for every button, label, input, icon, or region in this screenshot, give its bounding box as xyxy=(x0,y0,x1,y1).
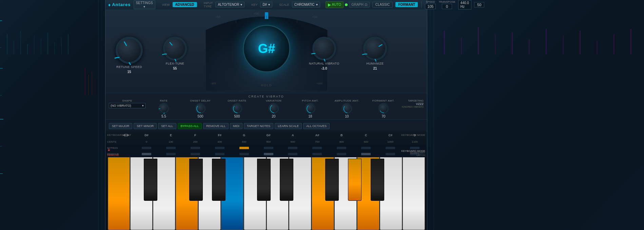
bypass-bar-F#[interactable] xyxy=(215,147,225,149)
bypass-bar-D[interactable] xyxy=(410,147,419,149)
bypass-bar-C#[interactable] xyxy=(386,147,395,149)
retune-speed-knob[interactable] xyxy=(116,37,143,64)
bypass-bar-F[interactable] xyxy=(191,147,200,149)
onset-rate-knob[interactable] xyxy=(232,103,242,114)
rate-knob[interactable] xyxy=(158,103,169,114)
formant-amt-knob[interactable] xyxy=(378,103,389,114)
formant-button[interactable]: FORMANT xyxy=(395,2,418,7)
remove-cell-G[interactable] xyxy=(232,153,256,155)
bypass-bar-G#[interactable] xyxy=(264,147,273,149)
white-key-13[interactable] xyxy=(403,157,425,230)
advanced-button[interactable]: ADVANCED xyxy=(173,2,197,7)
midi-button[interactable]: MIDI xyxy=(230,123,242,129)
voice-type-dropdown[interactable]: ALTO/TENOR ▾ xyxy=(215,2,245,7)
key-dropdown[interactable]: D# ▾ xyxy=(260,2,272,7)
remove-all-button[interactable]: REMOVE ALL xyxy=(203,123,229,129)
black-key-0[interactable] xyxy=(144,159,157,201)
remove-bar-F[interactable] xyxy=(191,153,200,155)
black-key-3[interactable] xyxy=(257,159,271,201)
remove-bar-E[interactable] xyxy=(166,153,176,155)
nav-right-arrow[interactable]: ▶ xyxy=(126,132,130,137)
black-key-5[interactable] xyxy=(325,159,339,201)
bypass-cell-C[interactable] xyxy=(354,147,378,149)
flex-tune-knob[interactable] xyxy=(163,37,187,60)
divider-5 xyxy=(421,2,422,8)
limit-value[interactable]: 50 xyxy=(474,2,484,7)
auto-button[interactable]: ▶ AUTO xyxy=(326,1,344,8)
remove-bar-C#[interactable] xyxy=(386,153,395,155)
key-value: D# xyxy=(262,3,267,6)
set-minor-button[interactable]: SET MINOR xyxy=(134,123,157,129)
nav-left-arrow[interactable]: ◀ xyxy=(122,132,125,137)
bypass-cell-D#[interactable] xyxy=(134,147,159,149)
bypass-cell-G[interactable] xyxy=(232,147,256,149)
settings-button[interactable]: SETTINGS ▾ xyxy=(134,0,155,9)
black-key-6[interactable] xyxy=(348,159,362,201)
bypass-bar-E[interactable] xyxy=(166,147,176,149)
learn-scale-button[interactable]: LEARN SCALE xyxy=(275,123,302,129)
variation-knob[interactable] xyxy=(268,103,279,114)
bypass-cell-A#[interactable] xyxy=(305,147,329,149)
bypass-cell-A[interactable] xyxy=(281,147,305,149)
set-major-button[interactable]: SET MAJOR xyxy=(109,123,132,129)
pitch-hz-display[interactable]: 440.0 Hz xyxy=(458,0,471,10)
amplitude-amt-knob[interactable] xyxy=(341,103,352,114)
black-key-4[interactable] xyxy=(280,159,293,201)
speed-value[interactable]: 105 xyxy=(425,4,436,9)
remove-bar-B[interactable] xyxy=(337,153,346,155)
bypass-cell-C#[interactable] xyxy=(378,147,403,149)
shape-dropdown[interactable]: (NO VIBRATO) ▾ xyxy=(109,103,145,108)
remove-bar-D#[interactable] xyxy=(142,153,151,155)
target-notes-button[interactable]: TARGET NOTES xyxy=(244,123,273,129)
bypass-bar-A[interactable] xyxy=(288,147,297,149)
remove-bar-G[interactable] xyxy=(239,153,249,155)
pitch-amt-knob[interactable] xyxy=(305,103,316,114)
bypass-bar-A#[interactable] xyxy=(312,147,322,149)
remove-cell-A[interactable] xyxy=(281,153,305,155)
bypass-cell-G#[interactable] xyxy=(256,147,281,149)
remove-cell-B[interactable] xyxy=(329,153,354,155)
remove-cell-C#[interactable] xyxy=(378,153,403,155)
bypass-cell-B[interactable] xyxy=(329,147,354,149)
bypass-cell-E[interactable] xyxy=(159,147,183,149)
rate-value: 5.5 xyxy=(161,114,166,118)
bypass-bar-C[interactable] xyxy=(361,147,371,149)
humanize-knob[interactable] xyxy=(363,37,387,60)
transpose-display: TRANSPOSE 0 xyxy=(438,0,455,9)
remove-cell-G#[interactable] xyxy=(256,153,281,155)
bypass-all-button[interactable]: BYPASS ALL xyxy=(178,123,202,129)
transpose-value[interactable]: 0 xyxy=(442,4,452,9)
remove-cell-F#[interactable] xyxy=(208,153,232,155)
onset-rate-value: 500 xyxy=(234,114,240,118)
black-key-1[interactable] xyxy=(189,159,203,201)
remove-cell-E[interactable] xyxy=(159,153,183,155)
remove-cell-A#[interactable] xyxy=(305,153,329,155)
bypass-cell-F#[interactable] xyxy=(208,147,232,149)
pitch-center-knob[interactable]: G# xyxy=(243,25,290,72)
bypass-cell-F[interactable] xyxy=(183,147,208,149)
remove-cell-F[interactable] xyxy=(183,153,208,155)
bypass-bar-D#[interactable] xyxy=(142,147,151,149)
remove-bar-F#[interactable] xyxy=(215,153,225,155)
transpose-label: TRANSPOSE xyxy=(438,0,455,3)
remove-bar-C[interactable] xyxy=(361,153,371,155)
bypass-bar-B[interactable] xyxy=(337,147,346,149)
remove-cell-D#[interactable] xyxy=(134,153,159,155)
onset-delay-knob[interactable] xyxy=(195,103,206,114)
black-key-2[interactable] xyxy=(212,159,226,201)
white-key-0[interactable] xyxy=(108,157,130,230)
svg-rect-17 xyxy=(14,41,14,54)
natural-vibrato-knob[interactable] xyxy=(312,37,336,60)
bypass-cell-D[interactable] xyxy=(403,147,427,149)
remove-bar-G#[interactable] xyxy=(264,153,273,155)
remove-cell-C[interactable] xyxy=(354,153,378,155)
graph-button[interactable]: GRAPH ⊡ xyxy=(349,2,370,7)
black-key-7[interactable] xyxy=(371,159,384,201)
all-octaves-button[interactable]: ALL OCTAVES xyxy=(303,123,330,129)
scale-dropdown[interactable]: CHROMATIC ▾ xyxy=(292,2,320,7)
remove-bar-A#[interactable] xyxy=(312,153,322,155)
bypass-bar-G[interactable] xyxy=(239,147,249,149)
classic-button[interactable]: CLASSIC xyxy=(372,2,393,7)
set-all-button[interactable]: SET ALL xyxy=(158,123,176,129)
remove-bar-A[interactable] xyxy=(288,153,297,155)
